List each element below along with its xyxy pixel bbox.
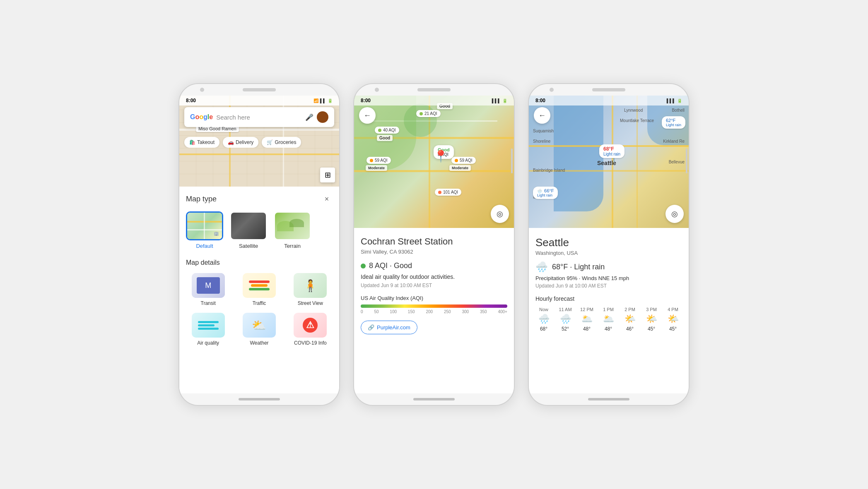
- weather-info-panel: Seattle Washington, USA 🌧️ 68°F · Light …: [529, 228, 689, 340]
- rain-icon-small-1: 🌧️: [537, 189, 542, 193]
- city-region: Washington, USA: [535, 250, 682, 256]
- map-type-satellite-thumb: [230, 211, 267, 240]
- phone-2-map: 21 AQI Good 40 AQI Good 59 AQI Moderate: [354, 96, 514, 228]
- map-type-sheet: Map type × 🏢 De: [179, 187, 339, 393]
- hourly-icon-1pm: 🌥️: [603, 314, 614, 324]
- hourly-item-4pm: 4 PM 🌤️ 45°: [665, 307, 681, 332]
- detail-covid[interactable]: ⚠ COVID-19 Info: [288, 313, 333, 346]
- weather-temp: 68°F: [552, 263, 568, 271]
- map-type-terrain-thumb: [274, 211, 311, 240]
- weather-label: Weather: [250, 340, 268, 346]
- map-type-terrain-label: Terrain: [284, 243, 301, 249]
- city-name: Seattle: [535, 236, 682, 249]
- aqi-value: 8 AQI: [369, 261, 388, 270]
- hourly-temp-now: 68°: [540, 326, 547, 332]
- aqi-scale-0: 0: [361, 309, 363, 314]
- weather-updated: Updated Jun 9 at 10:00 AM EST: [535, 283, 682, 289]
- weather-condition: Light rain: [574, 263, 605, 271]
- hourly-icon-12pm: 🌥️: [581, 314, 593, 324]
- transit-icon-box: M: [192, 273, 225, 298]
- weather-sun-cloud-icon: ⛅: [252, 319, 266, 332]
- transit-label: Transit: [201, 300, 216, 306]
- aqi-status: Good: [394, 261, 412, 270]
- location-target-button[interactable]: ◎: [491, 205, 509, 223]
- aqi-status-row: 8 AQI · Good: [361, 261, 507, 270]
- temp-badge-62: 62°F Light rain: [662, 116, 685, 129]
- weather-sep: ·: [570, 263, 574, 271]
- layer-icon-button[interactable]: ⊞: [320, 168, 335, 182]
- hourly-icon-4pm: 🌤️: [668, 314, 679, 324]
- detail-traffic[interactable]: Traffic: [237, 273, 281, 306]
- phone-3-home-bar: [588, 398, 629, 400]
- weather-icon-box: ⛅: [243, 313, 276, 338]
- covid-label: COVID-19 Info: [294, 340, 327, 346]
- scroll-indicator: [511, 149, 513, 173]
- traffic-line-green: [249, 288, 270, 290]
- bothell-label: Bothell: [672, 108, 685, 113]
- hourly-item-12pm: 12 PM 🌥️ 48°: [579, 307, 595, 332]
- search-placeholder[interactable]: Search here: [216, 114, 302, 121]
- aqi-dot-sep: ·: [390, 261, 394, 270]
- search-bar[interactable]: Google Search here 🎤: [184, 107, 334, 127]
- hourly-forecast-row: Now 🌧️ 68° 11 AM 🌧️ 52° 12 PM 🌥️ 48°: [535, 307, 682, 332]
- phone-2-home-bar: [413, 398, 455, 400]
- weather-main-row: 🌧️ 68°F · Light rain: [535, 261, 682, 273]
- phones-container: 📍 8:00 📶 ▌▌ 🔋 Google: [162, 67, 706, 422]
- aqi-description: Ideal air quality for outdoor activities…: [361, 273, 507, 280]
- back-button-phone3[interactable]: ←: [534, 107, 550, 124]
- phone-3-map: Lynnwood Mountlake Terrace Bothell Suqua…: [529, 96, 689, 228]
- phone-3-camera: [550, 88, 554, 92]
- aqi-dot-101: [438, 191, 441, 194]
- kirkland-label: Kirkland Re: [663, 139, 685, 144]
- aqi-21-label: 21 AQI: [424, 111, 437, 116]
- phone-2-camera: [375, 88, 379, 92]
- close-button[interactable]: ×: [321, 193, 333, 205]
- delivery-icon: 🚗: [228, 139, 234, 145]
- chip-delivery-label: Delivery: [236, 139, 253, 145]
- location-button-phone3[interactable]: ◎: [665, 205, 684, 223]
- good-label-2: Good: [377, 135, 393, 141]
- detail-weather[interactable]: ⛅ Weather: [237, 313, 281, 346]
- air-wave-2: [198, 324, 215, 326]
- mic-icon[interactable]: 🎤: [305, 113, 313, 121]
- phone-3-signal-icon: ▌▌▌: [667, 98, 675, 103]
- chip-takeout[interactable]: 🛍️ Takeout: [184, 137, 219, 148]
- aqi-dot-40: [378, 129, 381, 132]
- phone-1-content: 📍 8:00 📶 ▌▌ 🔋 Google: [179, 96, 339, 393]
- air-quality-panel: Cochran Street Station Simi Valley, CA 9…: [354, 228, 514, 343]
- moderate-label-2: Moderate: [449, 165, 471, 171]
- map-type-satellite[interactable]: Satellite: [230, 211, 267, 249]
- detail-streetview[interactable]: 🧍 Street View: [288, 273, 333, 306]
- phone-1-speaker: [243, 88, 276, 91]
- user-avatar[interactable]: [317, 111, 328, 123]
- map-details-title: Map details: [186, 259, 333, 266]
- default-map-preview: 🏢: [187, 213, 222, 239]
- hourly-title: Hourly forecast: [535, 295, 682, 302]
- traffic-label: Traffic: [253, 300, 266, 306]
- station-name: Cochran Street Station: [361, 236, 507, 247]
- back-button-phone2[interactable]: ←: [359, 107, 376, 124]
- location-pin-red: 📍: [434, 149, 448, 163]
- map-type-terrain[interactable]: Terrain: [274, 211, 311, 249]
- chip-groceries[interactable]: 🛒 Groceries: [262, 137, 301, 148]
- hourly-time-2pm: 2 PM: [624, 307, 635, 312]
- chip-delivery[interactable]: 🚗 Delivery: [223, 137, 258, 148]
- hourly-temp-3pm: 45°: [648, 326, 655, 332]
- phone-3-time: 8:00: [535, 98, 545, 103]
- phone3-scroll-indicator: [686, 149, 687, 173]
- detail-transit[interactable]: M Transit: [186, 273, 230, 306]
- air-wave-1: [198, 321, 219, 323]
- terrain-map-preview: [275, 213, 310, 239]
- phone-1-status-bar: 8:00 📶 ▌▌ 🔋: [179, 96, 339, 105]
- aqi-40-label: 40 AQI: [383, 128, 396, 132]
- map-type-default[interactable]: 🏢 Default: [186, 211, 223, 249]
- detail-airquality[interactable]: Air quality: [186, 313, 230, 346]
- phone-1-map: 📍 8:00 📶 ▌▌ 🔋 Google: [179, 96, 339, 187]
- phone-1-top-bar: [179, 84, 339, 96]
- phone-2-status-icons: ▌▌▌ 🔋: [492, 98, 507, 103]
- map-type-satellite-label: Satellite: [239, 243, 258, 249]
- purpleair-link[interactable]: 🔗 PurpleAir.com: [361, 321, 417, 334]
- hourly-item-11am: 11 AM 🌧️ 52°: [557, 307, 574, 332]
- chip-row: 🛍️ Takeout 🚗 Delivery 🛒 Groceries: [179, 137, 339, 148]
- phone-2: 21 AQI Good 40 AQI Good 59 AQI Moderate: [353, 83, 515, 406]
